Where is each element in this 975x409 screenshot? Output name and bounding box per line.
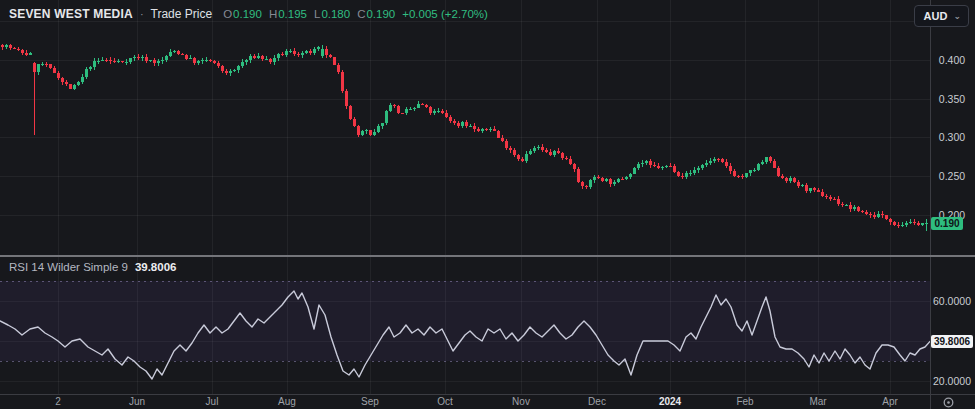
study-title[interactable]: Trade Price — [151, 7, 213, 21]
main-pane-legend: SEVEN WEST MEDIA · Trade Price O0.190H0.… — [9, 7, 488, 21]
time-axis-tick-label: Dec — [588, 396, 606, 407]
time-axis-tick-label: Jul — [206, 396, 219, 407]
trading-chart-window: SEVEN WEST MEDIA · Trade Price O0.190H0.… — [0, 0, 975, 409]
ohlc-pair: H0.195 — [269, 8, 307, 20]
time-axis[interactable]: 2JunJulAugSepOctNovDec2024FebMarApr — [0, 395, 930, 409]
time-axis-tick-label: 2 — [55, 396, 61, 407]
rsi-value-label: 39.8006 — [931, 335, 973, 348]
rsi-pane-legend: RSI 14 Wilder Simple 9 39.8006 — [9, 261, 176, 273]
ohlc-value: 0.190 — [366, 8, 395, 20]
ohlc-key: C — [357, 8, 365, 20]
ohlc-value: 0.190 — [233, 8, 262, 20]
time-axis-tick-label: Apr — [882, 396, 898, 407]
time-axis-tick-label: Oct — [437, 396, 453, 407]
last-price-label: 0.190 — [931, 217, 963, 230]
ohlc-key: L — [314, 8, 320, 20]
ohlc-values: O0.190H0.195L0.180C0.190 — [223, 8, 395, 20]
symbol-title[interactable]: SEVEN WEST MEDIA — [9, 7, 133, 21]
ohlc-pair: L0.180 — [314, 8, 350, 20]
change-value: +0.005 (+2.70%) — [402, 8, 488, 20]
ohlc-key: H — [269, 8, 277, 20]
rsi-indicator-title[interactable]: RSI 14 Wilder Simple 9 — [9, 261, 128, 273]
time-axis-tick-label: Sep — [361, 396, 379, 407]
y-axis-tick-label: 0.250 — [931, 170, 973, 182]
ohlc-key: O — [223, 8, 232, 20]
time-axis-tick-label: Mar — [809, 396, 826, 407]
ohlc-value: 0.195 — [278, 8, 307, 20]
rsi-current-value: 39.8006 — [135, 261, 177, 273]
gear-icon[interactable] — [940, 396, 957, 408]
time-axis-tick-label: Aug — [278, 396, 296, 407]
ohlc-pair: O0.190 — [223, 8, 262, 20]
y-axis-tick-label: 0.400 — [931, 54, 973, 66]
legend-separator: · — [140, 8, 144, 20]
time-axis-tick-label: 2024 — [659, 396, 681, 407]
y-axis-tick-label: 60.0000 — [931, 295, 973, 307]
currency-button-label: AUD — [924, 10, 948, 22]
ohlc-value: 0.180 — [321, 8, 350, 20]
chevron-down-icon: ⌄ — [953, 12, 961, 21]
time-axis-tick-label: Jun — [129, 396, 145, 407]
time-axis-tick-label: Feb — [736, 396, 753, 407]
ohlc-pair: C0.190 — [357, 8, 395, 20]
y-axis-tick-label: 0.350 — [931, 93, 973, 105]
y-axis-tick-label: 0.300 — [931, 131, 973, 143]
chart-canvas[interactable] — [0, 0, 975, 409]
y-axis-tick-label: 20.0000 — [931, 375, 973, 387]
time-axis-tick-label: Nov — [512, 396, 530, 407]
pane-resize-handle[interactable] — [0, 255, 975, 257]
currency-button[interactable]: AUD ⌄ — [914, 5, 969, 27]
